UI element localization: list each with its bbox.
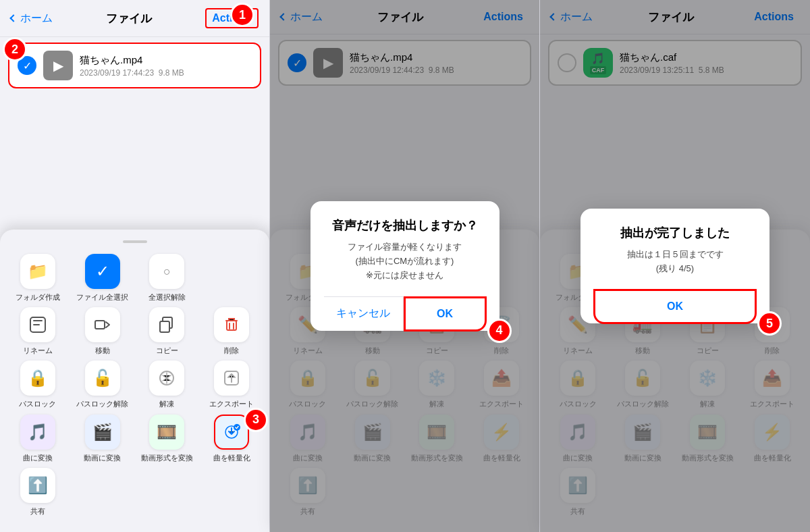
actions-sheet-1: 📁 フォルダ作成 ✓ ファイル全選択 ○ 全選択解除 リネーム: [0, 230, 269, 532]
panel-3: ホーム ファイル Actions 🎵 CAF 猫ちゃん.caf 2023/09/…: [540, 0, 810, 532]
dialog-title-3: 抽出が完了しました: [594, 225, 756, 241]
sheet-handle-1: [123, 240, 147, 243]
action-to-video[interactable]: 🎬 動画に変換: [73, 415, 132, 462]
action-compress-music[interactable]: 3 曲を軽量化: [202, 415, 261, 462]
unfreeze-label: 解凍: [159, 400, 174, 408]
file-name-1: 猫ちゃん.mp4: [80, 54, 252, 67]
dialog-buttons-2: キャンセル OK: [324, 296, 486, 331]
file-thumb-1: ▶: [43, 51, 73, 80]
dialog-box-2: 音声だけを抽出しますか？ ファイル容量が軽くなります(抽出中にCMが流れます)※…: [310, 201, 500, 330]
delete-icon: [214, 307, 249, 342]
to-video-icon: 🎬: [85, 415, 120, 450]
convert-video-label: 動画形式を変換: [141, 454, 193, 462]
dialog-box-3: 抽出が完了しました 抽出は１日５回までです(残り 4/5) OK 5: [580, 209, 770, 324]
action-export[interactable]: エクスポート: [202, 361, 261, 408]
passlock-release-icon: 🔓: [85, 361, 120, 396]
action-folder-create[interactable]: 📁 フォルダ作成: [8, 254, 68, 302]
action-move[interactable]: 移動: [73, 307, 132, 355]
action-share[interactable]: ⬆️ 共有: [8, 468, 68, 516]
deselect-all-label: 全選択解除: [148, 293, 186, 302]
action-to-music[interactable]: 🎵 曲に変換: [8, 415, 68, 462]
chevron-left-icon: [9, 14, 17, 22]
export-icon: [214, 361, 249, 396]
passlock-icon: 🔒: [20, 361, 55, 396]
nav-title-1: ファイル: [106, 11, 152, 26]
move-label: 移動: [95, 346, 110, 355]
file-list-1: 2 ✓ ▶ 猫ちゃん.mp4 2023/09/19 17:44:23 9.8 M…: [0, 37, 269, 94]
file-meta-1: 2023/09/19 17:44:23 9.8 MB: [80, 68, 252, 78]
action-select-all[interactable]: ✓ ファイル全選択: [73, 254, 132, 302]
dialog-buttons-3: OK: [594, 289, 756, 323]
share-icon: ⬆️: [20, 468, 55, 503]
actions-grid-1: 📁 フォルダ作成 ✓ ファイル全選択 ○ 全選択解除 リネーム: [8, 254, 261, 516]
rename-icon: [20, 307, 55, 342]
share-label: 共有: [30, 507, 45, 516]
folder-create-icon: 📁: [20, 254, 55, 289]
select-all-label: ファイル全選択: [76, 293, 128, 302]
convert-video-icon: 🎞️: [149, 415, 184, 450]
copy-label: コピー: [156, 346, 178, 355]
dialog-ok-button[interactable]: OK: [404, 296, 487, 331]
panel-2: ホーム ファイル Actions ✓ ▶ 猫ちゃん.mp4 2023/09/19…: [270, 0, 540, 532]
dialog-body-2: ファイル容量が軽くなります(抽出中にCMが流れます)※元には戻せません: [324, 240, 486, 282]
compress-music-label: 曲を軽量化: [213, 454, 250, 462]
passlock-label: パスロック: [19, 400, 56, 408]
file-item-1[interactable]: 2 ✓ ▶ 猫ちゃん.mp4 2023/09/19 17:44:23 9.8 M…: [8, 43, 261, 88]
move-icon: [85, 307, 120, 342]
dialog-cancel-button[interactable]: キャンセル: [324, 297, 404, 331]
to-video-label: 動画に変換: [84, 454, 121, 462]
dialog-title-2: 音声だけを抽出しますか？: [324, 217, 486, 234]
step-2-badge: 2: [3, 37, 27, 61]
dialog-overlay-2: 音声だけを抽出しますか？ ファイル容量が軽くなります(抽出中にCMが流れます)※…: [270, 0, 539, 532]
select-all-icon: ✓: [85, 254, 120, 289]
action-convert-video[interactable]: 🎞️ 動画形式を変換: [138, 415, 197, 462]
action-passlock[interactable]: 🔒 パスロック: [8, 361, 68, 408]
rename-label: リネーム: [23, 346, 53, 355]
dialog-body-3: 抽出は１日５回までです(残り 4/5): [594, 248, 756, 276]
nav-bar-1: ホーム ファイル Actions: [0, 0, 269, 37]
dialog-ok-button-3[interactable]: OK: [593, 289, 757, 324]
action-copy[interactable]: コピー: [138, 307, 197, 355]
step-5-badge: 5: [757, 311, 782, 336]
file-info-1: 猫ちゃん.mp4 2023/09/19 17:44:23 9.8 MB: [80, 54, 252, 78]
passlock-release-label: パスロック解除: [76, 400, 128, 408]
unfreeze-icon: [149, 361, 184, 396]
step-3-badge: 3: [244, 408, 268, 432]
action-delete[interactable]: 削除: [202, 307, 261, 355]
copy-icon: [149, 307, 184, 342]
action-rename[interactable]: リネーム: [8, 307, 68, 355]
back-button-1[interactable]: ホーム: [11, 11, 53, 26]
action-deselect-all[interactable]: ○ 全選択解除: [138, 254, 197, 302]
svg-rect-4: [227, 321, 236, 330]
to-music-label: 曲に変換: [23, 454, 53, 462]
step-1-badge: 1: [230, 3, 254, 27]
deselect-all-icon: ○: [149, 254, 184, 289]
action-unfreeze[interactable]: 解凍: [138, 361, 197, 408]
action-passlock-release[interactable]: 🔓 パスロック解除: [73, 361, 132, 408]
delete-label: 削除: [224, 346, 239, 355]
folder-create-label: フォルダ作成: [16, 293, 60, 302]
svg-rect-3: [160, 321, 169, 332]
to-music-icon: 🎵: [20, 415, 55, 450]
svg-rect-1: [95, 321, 105, 329]
back-label-1: ホーム: [20, 11, 53, 26]
export-label: エクスポート: [209, 400, 254, 408]
step-4-badge: 4: [487, 319, 512, 343]
panel-1: ホーム ファイル Actions 1 2 ✓ ▶ 猫ちゃん.mp4 2023/0…: [0, 0, 270, 532]
dialog-overlay-3: 抽出が完了しました 抽出は１日５回までです(残り 4/5) OK 5: [540, 0, 810, 532]
